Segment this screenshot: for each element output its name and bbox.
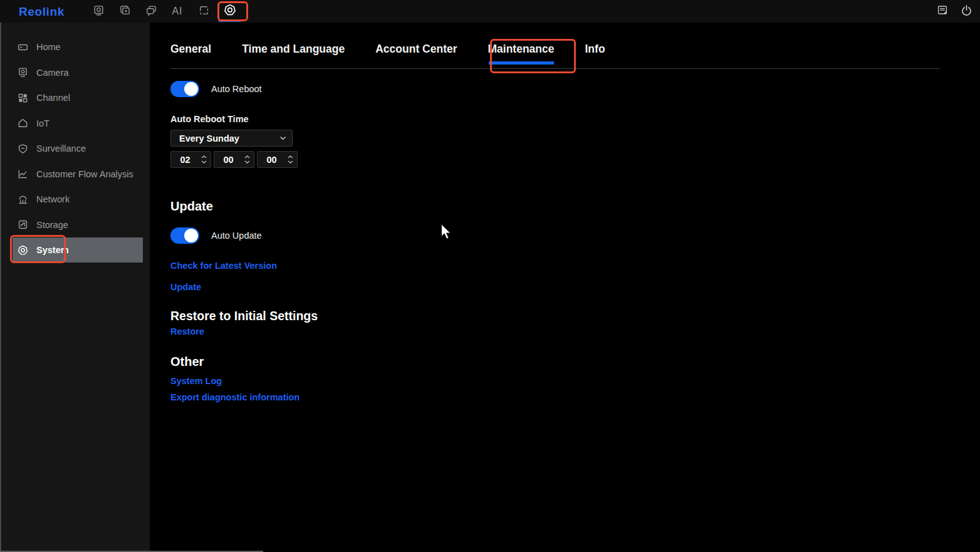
auto-reboot-row: Auto Reboot xyxy=(170,81,980,97)
reboot-schedule-value: Every Sunday xyxy=(179,133,239,143)
main-panel: General Time and Language Account Center… xyxy=(150,23,980,552)
chevron-up-icon xyxy=(288,155,293,159)
second-stepper[interactable]: 00 xyxy=(257,151,298,168)
tab-time-and-language[interactable]: Time and Language xyxy=(242,42,345,68)
auto-update-row: Auto Update xyxy=(170,227,980,244)
tab-info[interactable]: Info xyxy=(585,42,605,68)
flow-analysis-icon xyxy=(18,169,28,179)
nav-playback[interactable] xyxy=(112,0,138,23)
chevron-down-icon xyxy=(279,136,286,140)
sidebar-item-system[interactable]: System xyxy=(13,237,143,263)
network-icon xyxy=(18,194,28,205)
sidebar-menu: Home Camera Channel IoT xyxy=(1,23,150,263)
sidebar: Home Camera Channel IoT xyxy=(0,23,150,552)
minute-value: 00 xyxy=(214,155,242,165)
chevron-down-icon xyxy=(201,160,207,164)
system-log-link[interactable]: System Log xyxy=(170,376,222,387)
log-note-icon xyxy=(937,4,948,18)
maintenance-content: Auto Reboot Auto Reboot Time Every Sunda… xyxy=(170,81,980,403)
tab-general[interactable]: General xyxy=(170,42,211,68)
display-camera-icon xyxy=(93,4,105,19)
sidebar-item-label: Customer Flow Analysis xyxy=(36,169,133,179)
system-gear-icon xyxy=(18,245,28,256)
log-note-button[interactable] xyxy=(935,0,950,23)
restore-link[interactable]: Restore xyxy=(170,326,204,337)
toggle-knob xyxy=(184,229,198,242)
nav-messages[interactable] xyxy=(138,0,164,23)
top-nav: AI xyxy=(85,0,243,23)
export-diagnostic-link[interactable]: Export diagnostic information xyxy=(170,392,300,403)
chevron-up-icon xyxy=(201,155,207,159)
playback-icon xyxy=(119,4,131,19)
sidebar-item-channel[interactable]: Channel xyxy=(1,85,150,111)
nav-display[interactable] xyxy=(190,0,217,23)
stepper-arrows[interactable] xyxy=(286,155,295,164)
minute-stepper[interactable]: 00 xyxy=(214,151,254,168)
sidebar-item-iot[interactable]: IoT xyxy=(1,111,150,137)
auto-update-toggle[interactable] xyxy=(170,227,199,244)
app-window: Reolink AI xyxy=(0,0,980,552)
home-icon xyxy=(18,42,28,53)
auto-reboot-toggle[interactable] xyxy=(170,81,199,97)
nav-live-view[interactable] xyxy=(85,0,112,23)
hour-stepper[interactable]: 02 xyxy=(170,151,211,168)
surveillance-icon xyxy=(18,143,28,154)
update-heading: Update xyxy=(170,199,980,214)
auto-update-label: Auto Update xyxy=(211,231,262,241)
chevron-down-icon xyxy=(244,160,250,164)
tab-account-center[interactable]: Account Center xyxy=(375,42,457,68)
chevron-up-icon xyxy=(244,155,250,159)
storage-icon xyxy=(18,219,28,230)
power-icon xyxy=(961,4,972,19)
sidebar-item-camera[interactable]: Camera xyxy=(1,60,150,86)
power-button[interactable] xyxy=(959,0,974,23)
chat-icon xyxy=(145,4,157,19)
sidebar-item-label: Storage xyxy=(36,220,68,230)
ai-icon: AI xyxy=(172,6,182,17)
top-bar-right xyxy=(935,0,974,23)
hour-value: 02 xyxy=(171,155,199,165)
channel-icon xyxy=(18,93,28,103)
sidebar-item-label: Surveillance xyxy=(36,143,86,154)
camera-icon xyxy=(18,67,28,78)
reboot-schedule-select[interactable]: Every Sunday xyxy=(170,130,293,147)
check-latest-version-link[interactable]: Check for Latest Version xyxy=(170,261,277,271)
sidebar-item-label: Camera xyxy=(36,68,69,78)
auto-reboot-label: Auto Reboot xyxy=(211,84,262,94)
window-icon xyxy=(198,4,210,19)
settings-gear-icon xyxy=(224,4,236,19)
restore-heading: Restore to Initial Settings xyxy=(170,309,980,323)
nav-settings[interactable] xyxy=(217,0,243,23)
second-value: 00 xyxy=(258,155,286,165)
sidebar-item-label: IoT xyxy=(36,118,50,128)
stepper-arrows[interactable] xyxy=(199,155,209,164)
sidebar-item-network[interactable]: Network xyxy=(1,187,150,212)
sidebar-item-home[interactable]: Home xyxy=(1,34,150,60)
chevron-down-icon xyxy=(288,160,293,164)
top-bar: Reolink AI xyxy=(0,0,980,23)
sidebar-item-customer-flow-analysis[interactable]: Customer Flow Analysis xyxy=(1,162,150,187)
toggle-knob xyxy=(184,82,198,96)
stepper-arrows[interactable] xyxy=(242,155,252,164)
nav-ai[interactable]: AI xyxy=(164,0,190,23)
sidebar-item-label: Home xyxy=(36,42,61,52)
iot-icon xyxy=(18,118,28,128)
sidebar-item-label: System xyxy=(36,245,69,255)
sidebar-item-label: Network xyxy=(36,194,70,204)
settings-tabs: General Time and Language Account Center… xyxy=(170,23,940,69)
sidebar-item-surveillance[interactable]: Surveillance xyxy=(1,136,150,162)
other-heading: Other xyxy=(170,354,980,369)
sidebar-item-label: Channel xyxy=(36,93,70,103)
tab-maintenance[interactable]: Maintenance xyxy=(488,42,555,68)
sidebar-item-storage[interactable]: Storage xyxy=(1,212,150,238)
auto-reboot-time-label: Auto Reboot Time xyxy=(170,114,980,125)
update-link[interactable]: Update xyxy=(170,282,201,293)
reboot-time-spinners: 02 00 00 xyxy=(170,151,980,168)
reolink-logo: Reolink xyxy=(19,5,65,19)
